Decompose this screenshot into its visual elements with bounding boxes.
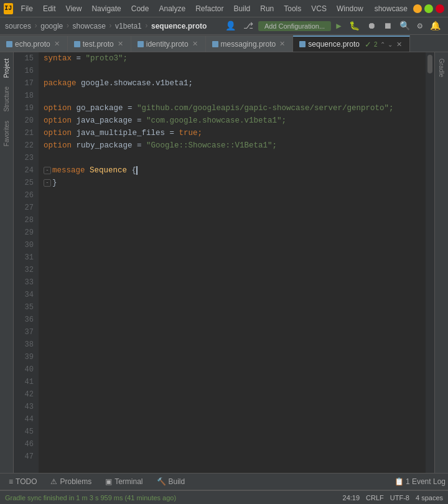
fold-message-icon[interactable]: -	[44, 167, 51, 174]
structure-panel-label[interactable]: Structure	[2, 84, 11, 114]
code-line-27	[44, 202, 421, 214]
favorites-panel-label[interactable]: Favorites	[2, 118, 11, 149]
breadcrumb-sep-4: ›	[144, 22, 149, 30]
tab-messaging-close[interactable]: ✕	[278, 40, 286, 48]
maximize-button[interactable]	[424, 4, 433, 13]
code-line-41	[44, 376, 421, 388]
menu-analyze[interactable]: Analyze	[154, 3, 190, 14]
menu-run[interactable]: Run	[256, 3, 278, 14]
breadcrumb-google[interactable]: google	[40, 22, 63, 30]
tab-test-label: test.proto	[83, 40, 114, 49]
run-button[interactable]: ▶	[334, 19, 343, 32]
tab-identity-proto[interactable]: identity.proto ✕	[131, 35, 206, 52]
fold-up-icon[interactable]: ⌃	[380, 41, 385, 48]
code-line-16	[44, 65, 421, 77]
tab-problems[interactable]: ⚠ Problems	[44, 475, 98, 488]
coverage-button[interactable]: ⏺	[365, 20, 378, 32]
tab-event-log[interactable]: 📋 1 Event Log	[394, 477, 446, 486]
code-line-38	[44, 338, 421, 351]
code-line-39	[44, 351, 421, 363]
vertical-scrollbar[interactable]	[426, 52, 434, 473]
fold-end-icon[interactable]: -	[44, 179, 51, 187]
scrollbar-thumb[interactable]	[427, 55, 432, 73]
line-29: 29	[16, 226, 34, 239]
line-42: 42	[16, 388, 34, 401]
line-ending[interactable]: CRLF	[366, 494, 384, 502]
stop-button[interactable]: ⏹	[381, 20, 394, 32]
settings-button[interactable]: ⚙	[415, 19, 425, 32]
breadcrumb-showcase[interactable]: showcase	[72, 22, 105, 30]
cursor-position[interactable]: 24:19	[343, 494, 360, 502]
build-label: Build	[169, 477, 185, 486]
right-panel: Gradle	[434, 52, 448, 473]
breadcrumb-sep-3: ›	[108, 22, 113, 30]
line-31: 31	[16, 251, 34, 264]
menu-view[interactable]: View	[62, 3, 86, 14]
code-line-26	[44, 189, 421, 202]
line-17: 17	[16, 77, 34, 90]
git-branch-icon[interactable]: ⎇	[241, 19, 256, 32]
line-39: 39	[16, 351, 34, 363]
status-bar: Gradle sync finished in 1 m 3 s 959 ms (…	[0, 490, 448, 504]
check-icon: ✓	[365, 40, 371, 49]
line-34: 34	[16, 289, 34, 301]
line-46: 46	[16, 438, 34, 450]
status-message: Gradle sync finished in 1 m 3 s 959 ms (…	[5, 494, 176, 502]
tab-terminal[interactable]: ▣ Terminal	[99, 475, 149, 488]
menu-tools[interactable]: Tools	[279, 3, 306, 14]
git-icon[interactable]: 👤	[223, 19, 238, 32]
line-28: 28	[16, 214, 34, 226]
proto-file-icon-4	[212, 41, 218, 47]
menu-edit[interactable]: Edit	[39, 3, 60, 14]
window-controls	[413, 4, 444, 13]
code-line-36	[44, 314, 421, 326]
tab-test-proto[interactable]: test.proto ✕	[68, 35, 131, 52]
tab-echo-close[interactable]: ✕	[53, 40, 61, 48]
menu-vcs[interactable]: VCS	[307, 3, 331, 14]
menu-navigate[interactable]: Navigate	[87, 3, 125, 14]
code-content[interactable]: syntax = "proto3"; package google.showca…	[39, 52, 426, 473]
tab-test-close[interactable]: ✕	[116, 40, 124, 48]
line-21: 21	[16, 127, 34, 139]
bottom-tabs: ≡ TODO ⚠ Problems ▣ Terminal 🔨 Build 📋 1…	[0, 473, 448, 490]
project-panel-label[interactable]: Project	[2, 56, 11, 80]
tab-build[interactable]: 🔨 Build	[151, 475, 192, 488]
tab-messaging-label: messaging.proto	[221, 40, 276, 49]
fold-down-icon[interactable]: ⌄	[388, 41, 393, 48]
menu-build[interactable]: Build	[230, 3, 255, 14]
code-line-28	[44, 214, 421, 226]
code-line-33	[44, 276, 421, 289]
breadcrumb-v1beta1[interactable]: v1beta1	[115, 22, 142, 30]
breadcrumb-sources[interactable]: sources	[5, 22, 31, 30]
tab-messaging-proto[interactable]: messaging.proto ✕	[206, 35, 294, 52]
line-27: 27	[16, 202, 34, 214]
menu-refactor[interactable]: Refactor	[191, 3, 228, 14]
code-line-24: -message Sequence {	[44, 164, 421, 177]
line-44: 44	[16, 413, 34, 426]
tab-todo[interactable]: ≡ TODO	[2, 475, 43, 488]
line-36: 36	[16, 314, 34, 326]
menu-file[interactable]: File	[17, 3, 37, 14]
editor-area[interactable]: 15 16 17 18 19 20 21 22 23 24 25 26 27 2…	[14, 52, 434, 473]
notifications-button[interactable]: 🔔	[427, 19, 443, 32]
problems-icon: ⚠	[50, 477, 57, 486]
indent-setting[interactable]: 4 spaces	[416, 494, 443, 502]
menu-project[interactable]: showcase	[370, 3, 412, 14]
line-38: 38	[16, 338, 34, 351]
tab-sequence-proto[interactable]: sequence.proto ✓ 2 ⌃ ⌄ ✕	[293, 35, 409, 52]
tab-identity-close[interactable]: ✕	[191, 40, 199, 48]
gradle-panel-label[interactable]: Gradle	[437, 56, 446, 80]
add-configuration-button[interactable]: Add Configuration...	[258, 21, 331, 31]
debug-button[interactable]: 🐛	[347, 19, 362, 32]
close-button[interactable]	[436, 4, 444, 13]
breadcrumb-file[interactable]: sequence.proto	[151, 22, 207, 30]
minimize-button[interactable]	[413, 4, 422, 13]
tab-sequence-close[interactable]: ✕	[395, 40, 403, 49]
menu-code[interactable]: Code	[127, 3, 154, 14]
app-logo: IJ	[4, 3, 13, 14]
search-button[interactable]: 🔍	[397, 19, 413, 32]
tab-echo-proto[interactable]: echo.proto ✕	[0, 35, 68, 52]
encoding[interactable]: UTF-8	[390, 494, 409, 502]
menu-window[interactable]: Window	[332, 3, 368, 14]
line-22: 22	[16, 139, 34, 152]
